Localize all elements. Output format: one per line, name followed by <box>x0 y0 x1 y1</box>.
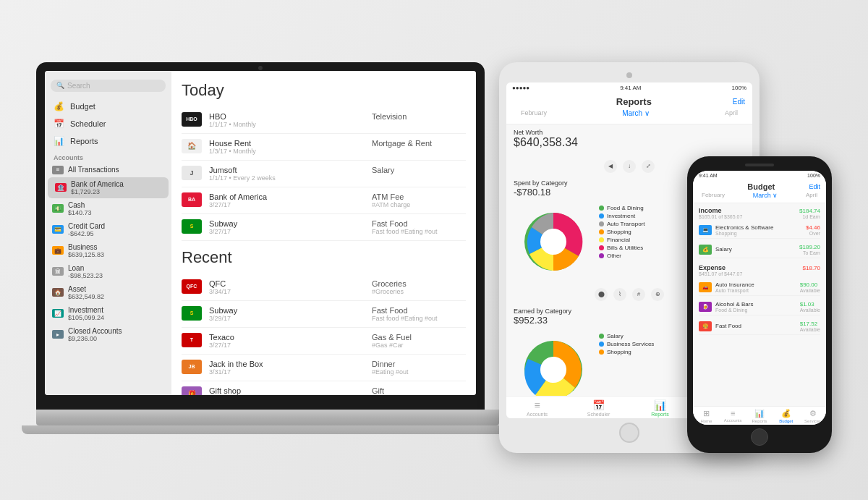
tx-subway-info: Subway 3/27/17 <box>209 219 365 235</box>
tablet-edit-button[interactable]: Edit <box>733 98 745 106</box>
tx-hbo-info: HBO 1/1/17 • Monthly <box>209 112 365 128</box>
account-cash[interactable]: 💵 Cash $140.73 <box>45 198 171 219</box>
account-all-transactions[interactable]: ≡ All Transactions <box>45 163 171 177</box>
tx-hbo-category: Television <box>372 112 466 121</box>
accounts-tab-label: Accounts <box>527 412 548 417</box>
table-row[interactable]: 🎁 Gift shop 3/21/17 Gift Souvenirs #Gift… <box>182 381 466 395</box>
table-row[interactable]: J Jumsoft 1/1/17 • Every 2 weeks Salary <box>182 161 466 187</box>
account-investment[interactable]: 📈 Investment $105,099.24 <box>45 303 171 324</box>
tablet-home-button[interactable] <box>619 423 639 443</box>
auto-insurance-info: Auto Insurance Auto Transport <box>715 281 796 293</box>
chart-back-button[interactable]: ◀ <box>604 160 617 173</box>
table-row[interactable]: BA Bank of America 3/27/17 ATM Fee #ATM … <box>182 187 466 214</box>
account-business[interactable]: 💼 Business $639,125.83 <box>45 240 171 261</box>
table-row[interactable]: S Subway 3/27/17 Fast Food Fast food #Ea… <box>182 214 466 241</box>
phone-tab-services[interactable]: ⚙ Services <box>799 409 826 423</box>
cash-icon: 💵 <box>52 204 64 213</box>
tx-jack-cat-label: Dinner <box>372 360 466 368</box>
account-bank-of-america[interactable]: 🏦 Bank of America $1,729.23 <box>48 177 169 198</box>
chart2-ctrl3[interactable]: # <box>632 288 645 301</box>
salary-icon: 💰 <box>699 245 712 255</box>
tablet-header: Reports Edit February March ∨ April <box>506 93 752 124</box>
tx-jack-name: Jack in the Box <box>209 360 365 368</box>
bills-dot <box>599 245 604 250</box>
income-section-header: Income $165.01 of $365.07 $184.74 1d Ear… <box>699 207 820 219</box>
tab-accounts[interactable]: ≡ Accounts <box>506 399 568 417</box>
phone-edit-button[interactable]: Edit <box>809 183 820 190</box>
tablet-month-nav: February March ∨ April <box>514 107 745 119</box>
sidebar-item-scheduler[interactable]: 📅 Scheduler <box>45 115 171 132</box>
phone-next-month[interactable]: April <box>806 192 817 199</box>
cc-icon: 💳 <box>52 225 64 234</box>
electronics-status: Over <box>806 231 820 236</box>
biz-services-label: Business Services <box>607 341 654 347</box>
phone-prev-month[interactable]: February <box>702 192 725 199</box>
tx-jack-date: 3/31/17 <box>209 368 365 376</box>
sidebar-item-budget[interactable]: 💰 Budget <box>45 98 171 115</box>
chart2-ctrl1[interactable]: ⬤ <box>595 288 608 301</box>
table-row[interactable]: JB Jack in the Box 3/31/17 Dinner #Eatin… <box>182 355 466 381</box>
phone-tab-bar: ⊞ Home ≡ Accounts 📊 Reports 💰 Budget <box>693 406 826 425</box>
earned-pie-chart <box>514 330 593 396</box>
jumsoft-logo: J <box>182 166 202 180</box>
chart-share-button[interactable]: ⤢ <box>642 160 655 173</box>
business-name: Business <box>68 243 104 251</box>
budget-icon: 💰 <box>54 101 64 111</box>
list-item[interactable]: 💰 Salary $189.20 To Earn <box>699 242 820 258</box>
table-row[interactable]: S Subway 3/29/17 Fast Food Fast food #Ea… <box>182 301 466 328</box>
sidebar-budget-label: Budget <box>70 102 95 111</box>
chart-down-button[interactable]: ↓ <box>623 160 636 173</box>
list-item[interactable]: 🚗 Auto Insurance Auto Transport $90.00 A… <box>699 279 820 296</box>
net-worth-value: $640,358.34 <box>514 136 745 149</box>
reports-phone-label: Reports <box>752 419 767 423</box>
table-row[interactable]: T Texaco 3/27/17 Gas & Fuel #Gas #Car <box>182 328 466 355</box>
phone-tab-budget[interactable]: 💰 Budget <box>773 409 799 423</box>
phone-tab-home[interactable]: ⊞ Home <box>693 409 720 423</box>
expense-section-header: Expense $451.07 of $447.07 $18.70 <box>699 264 820 276</box>
tx-gift-name: Gift shop <box>209 386 365 395</box>
spent-pie-svg <box>514 202 593 281</box>
phone-tab-accounts[interactable]: ≡ Accounts <box>720 409 746 423</box>
search-bar[interactable]: 🔍 Search <box>51 80 166 92</box>
tx-boa-info: Bank of America 3/27/17 <box>209 192 365 208</box>
earned-shopping-label: Shopping <box>607 349 631 355</box>
account-closed[interactable]: ▸ Closed Accounts $9,236.00 <box>45 324 171 345</box>
phone-home-button[interactable] <box>751 428 768 446</box>
chart2-ctrl2[interactable]: ⌇ <box>613 288 626 301</box>
list-item[interactable]: 🍺 Alcohol & Bars Food & Dining $1.03 Ava… <box>699 299 820 315</box>
chart2-ctrl4[interactable]: ⊕ <box>651 288 664 301</box>
tx-jumsoft-category: Salary <box>372 166 466 174</box>
sidebar-item-reports[interactable]: 📊 Reports <box>45 132 171 150</box>
search-icon: 🔍 <box>56 82 64 89</box>
tx-subway2-date: 3/29/17 <box>209 315 365 322</box>
table-row[interactable]: 🏠 House Rent 1/3/17 • Monthly Mortgage &… <box>182 134 466 161</box>
account-loan[interactable]: 🏛 Loan -$98,523.23 <box>45 261 171 282</box>
auto-transport-dot <box>599 221 604 226</box>
investment-name: Investment <box>68 306 104 314</box>
expense-label: Expense <box>699 264 742 271</box>
tablet-time: 9:41 AM <box>620 85 641 91</box>
tx-subway2-cat-label: Fast Food <box>372 306 466 315</box>
account-asset[interactable]: 🏠 Asset $632,549.82 <box>45 282 171 303</box>
tab-scheduler[interactable]: 📅 Scheduler <box>568 399 629 417</box>
tab-reports[interactable]: 📊 Reports <box>629 399 691 417</box>
table-row[interactable]: HBO HBO 1/1/17 • Monthly Television <box>182 107 466 134</box>
tablet-current-month[interactable]: March ∨ <box>622 109 650 117</box>
phone-tab-reports[interactable]: 📊 Reports <box>746 409 773 423</box>
tablet-status-bar: ●●●●● 9:41 AM 100% <box>506 82 752 93</box>
phone-header: Budget Edit February March ∨ April <box>693 180 826 203</box>
phone-current-month[interactable]: March ∨ <box>753 192 778 199</box>
list-item[interactable]: 💻 Electronics & Software Shopping $4.46 … <box>699 222 820 239</box>
loan-icon: 🏛 <box>52 267 64 276</box>
income-sub: $165.01 of $365.07 <box>699 214 742 219</box>
list-item[interactable]: 🍔 Fast Food $17.52 Available <box>699 318 820 335</box>
expense-sub: $451.07 of $447.07 <box>699 271 742 276</box>
account-credit-card[interactable]: 💳 Credit Card -$642.95 <box>45 219 171 240</box>
financial-dot <box>599 237 604 242</box>
tablet-prev-month[interactable]: February <box>521 109 547 116</box>
subway-logo: S <box>182 219 202 234</box>
tx-qfc-date: 3/34/17 <box>209 288 365 295</box>
net-worth-label: Net Worth <box>514 129 745 136</box>
tablet-next-month[interactable]: April <box>725 109 738 116</box>
table-row[interactable]: QFC QFC 3/34/17 Groceries #Groceries <box>182 274 466 301</box>
